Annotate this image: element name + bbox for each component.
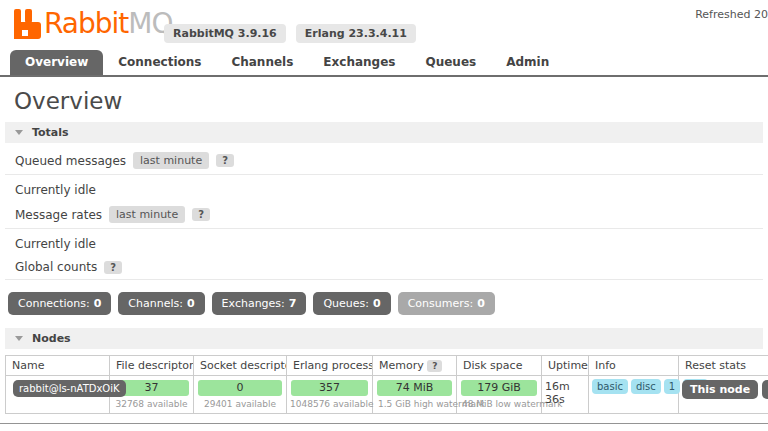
socket-descriptors-available: 29401 available [197, 399, 283, 409]
erlang-processes-cell: 357 1048576 available [287, 376, 373, 414]
tab-admin[interactable]: Admin [491, 50, 564, 75]
queues-count-label: Queues: [323, 297, 369, 310]
page-title: Overview [14, 88, 768, 114]
help-icon[interactable]: ? [192, 208, 210, 221]
nodes-table-header-row: Name File descriptors ? Socket descripto… [6, 356, 768, 376]
tab-overview[interactable]: Overview [10, 50, 103, 75]
rabbitmq-rabbit-icon [14, 9, 41, 40]
reset-this-node-button[interactable]: This node [682, 380, 758, 399]
header: RabbitMQ TM RabbitMQ 3.9.16 Erlang 23.3.… [0, 0, 768, 48]
section-header-totals[interactable]: Totals [5, 122, 763, 143]
section-title-nodes: Nodes [32, 332, 71, 345]
disk-space-usage-bar: 179 GiB [461, 380, 537, 396]
info-badge-basic: basic [592, 379, 628, 394]
queued-messages-label: Queued messages [15, 154, 126, 168]
connections-count-value: 0 [94, 297, 102, 310]
erlang-processes-available: 1048576 available [290, 399, 369, 409]
section-header-nodes[interactable]: Nodes [5, 328, 763, 349]
col-header-info: Info [589, 356, 679, 376]
socket-descriptors-cell: 0 29401 available [194, 376, 287, 414]
section-header-churn-statistics[interactable]: Churn statistics [15, 427, 768, 431]
help-icon[interactable]: ? [216, 154, 234, 167]
col-header-erlang-processes: Erlang processes [287, 356, 373, 376]
memory-watermark-note: 1.5 GiB high watermark [376, 399, 453, 409]
erlang-processes-usage-bar: 357 [291, 380, 368, 396]
footer-divider [0, 423, 768, 424]
tab-queues[interactable]: Queues [410, 50, 491, 75]
message-rates-status: Currently idle [15, 237, 753, 251]
section-title-totals: Totals [32, 126, 69, 139]
channels-count-label: Channels: [128, 297, 183, 310]
collapse-triangle-icon [15, 130, 23, 135]
exchanges-count-label: Exchanges: [222, 297, 285, 310]
tab-connections[interactable]: Connections [103, 50, 216, 75]
queues-count-badge[interactable]: Queues: 0 [313, 292, 390, 315]
exchanges-count-badge[interactable]: Exchanges: 7 [212, 292, 307, 315]
message-rates-range-badge[interactable]: last minute [109, 206, 185, 223]
erlang-version-badge: Erlang 23.3.4.11 [296, 24, 416, 43]
collapse-triangle-icon [15, 336, 23, 341]
global-counts-row: Global counts ? [5, 260, 763, 280]
message-rates-label: Message rates [15, 208, 102, 222]
queues-count-value: 0 [373, 297, 381, 310]
socket-descriptors-usage-bar: 0 [198, 380, 282, 396]
info-cell: basicdisc1rss [589, 376, 679, 414]
rabbitmq-version-badge: RabbitMQ 3.9.16 [164, 24, 286, 43]
col-header-socket-descriptors: Socket descriptors ? [194, 356, 287, 376]
version-badges: RabbitMQ 3.9.16 Erlang 23.3.4.11 [164, 24, 416, 43]
global-count-badges: Connections: 0 Channels: 0 Exchanges: 7 … [8, 292, 768, 315]
connections-count-label: Connections: [18, 297, 90, 310]
col-header-file-descriptors: File descriptors ? [110, 356, 194, 376]
disk-space-cell: 179 GiB 48 MiB low watermark [457, 376, 542, 414]
tab-channels[interactable]: Channels [216, 50, 308, 75]
col-header-reset-stats: Reset stats [679, 356, 768, 376]
refreshed-timestamp: Refreshed 20 [695, 8, 768, 21]
global-counts-label: Global counts [15, 260, 97, 274]
tab-exchanges[interactable]: Exchanges [308, 50, 410, 75]
col-header-uptime: Uptime [542, 356, 589, 376]
nodes-table: Name File descriptors ? Socket descripto… [5, 355, 768, 414]
reset-stats-cell: This nodeAll nodes [679, 376, 768, 414]
main-nav-tabs: Overview Connections Channels Exchanges … [0, 50, 768, 77]
consumers-count-value: 0 [477, 297, 485, 310]
connections-count-badge[interactable]: Connections: 0 [8, 292, 111, 315]
collapsed-sections: Churn statistics Ports and contexts Expo… [0, 427, 768, 431]
file-descriptors-available: 32768 available [113, 399, 190, 409]
brand-wordmark: RabbitMQ [44, 9, 173, 39]
rabbitmq-logo[interactable]: RabbitMQ TM [14, 9, 187, 40]
help-icon[interactable]: ? [427, 360, 442, 372]
node-row: rabbit@ls-nATDxOiK 37 32768 available 0 … [6, 376, 768, 414]
disk-watermark-note: 48 MiB low watermark [460, 399, 538, 409]
help-icon[interactable]: ? [104, 261, 122, 274]
queued-messages-range-badge[interactable]: last minute [133, 152, 209, 169]
consumers-count-label: Consumers: [408, 297, 474, 310]
info-badge-disc: disc [631, 379, 661, 394]
reset-all-nodes-button[interactable]: All nodes [762, 380, 768, 399]
message-rates-row: Message rates last minute ? [5, 206, 763, 229]
node-name-cell: rabbit@ls-nATDxOiK [6, 376, 110, 414]
node-name-badge[interactable]: rabbit@ls-nATDxOiK [13, 380, 126, 397]
exchanges-count-value: 7 [289, 297, 297, 310]
info-badge-count: 1 [664, 379, 680, 394]
memory-cell: 74 MiB 1.5 GiB high watermark [373, 376, 457, 414]
memory-usage-bar: 74 MiB [377, 380, 452, 396]
col-header-disk-space: Disk space [457, 356, 542, 376]
brand-text-rabbit: Rabbit [44, 7, 128, 40]
queued-messages-row: Queued messages last minute ? [5, 152, 763, 175]
consumers-count-badge[interactable]: Consumers: 0 [398, 292, 495, 315]
col-header-memory: Memory ? [373, 356, 457, 376]
channels-count-badge[interactable]: Channels: 0 [118, 292, 204, 315]
queued-messages-status: Currently idle [15, 183, 753, 197]
channels-count-value: 0 [187, 297, 195, 310]
col-header-name: Name [6, 356, 110, 376]
